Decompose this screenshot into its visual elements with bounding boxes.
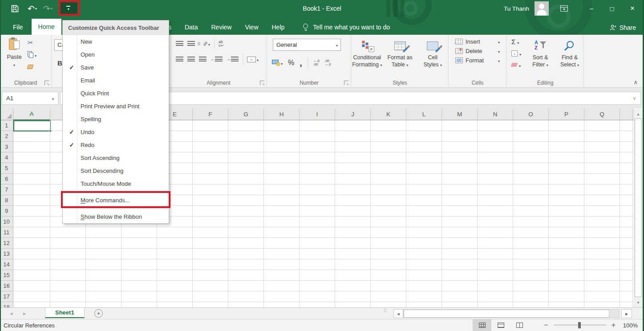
menu-item-sort-ascending[interactable]: Sort Ascending (63, 151, 169, 164)
minimize-button[interactable]: − (581, 0, 602, 17)
delete-caret[interactable] (498, 48, 500, 54)
format-as-table-button[interactable]: Format as Table (385, 37, 416, 68)
save-button[interactable] (8, 2, 21, 15)
row-header-12[interactable]: 12 (0, 238, 13, 249)
tab-file[interactable]: File (4, 20, 32, 35)
cell-styles-button[interactable]: Cell Styles (417, 37, 448, 68)
cut-button[interactable] (28, 38, 36, 47)
menu-item-touch-mouse-mode[interactable]: Touch/Mouse Mode (63, 177, 169, 190)
menu-item-show-below-the-ribbon[interactable]: Show Below the Ribbon (63, 210, 169, 223)
row-header-18[interactable]: 18 (0, 302, 13, 307)
alignment-dialog-launcher-icon[interactable] (260, 81, 264, 85)
column-header-g[interactable]: G (228, 109, 264, 120)
comma-style-button[interactable] (300, 58, 302, 68)
zoom-level[interactable]: 100% (621, 322, 638, 329)
copy-dropdown-caret[interactable] (35, 51, 36, 59)
zoom-in-button[interactable]: + (612, 321, 616, 329)
row-header-17[interactable]: 17 (0, 291, 13, 302)
align-center-icon[interactable] (187, 57, 195, 62)
bottom-align-button[interactable] (198, 42, 200, 45)
zoom-slider[interactable] (554, 322, 606, 328)
merge-center-button[interactable]: ↔ (247, 55, 259, 63)
add-sheet-button[interactable]: + (94, 309, 103, 318)
row-header-1[interactable]: 1 (0, 120, 13, 131)
decrease-decimal-button[interactable]: .00→.0 (325, 59, 331, 67)
row-header-6[interactable]: 6 (0, 174, 13, 184)
tab-home[interactable]: Home (32, 19, 61, 35)
user-avatar[interactable] (535, 1, 549, 16)
horizontal-scrollbar[interactable] (403, 309, 620, 318)
clear-caret[interactable] (519, 61, 521, 69)
fill-button[interactable]: ↓ (511, 49, 521, 57)
menu-item-sort-descending[interactable]: Sort Descending (63, 164, 169, 177)
hscroll-left-button[interactable]: ◂ (393, 309, 403, 318)
increase-indent-button[interactable]: → (227, 57, 239, 62)
status-text[interactable]: Circular References (4, 322, 55, 329)
menu-item-new[interactable]: New (63, 35, 169, 48)
delete-cells-button[interactable]: × Delete (455, 48, 506, 54)
number-format-select[interactable]: General (273, 39, 341, 51)
zoom-out-button[interactable]: − (544, 321, 548, 329)
menu-item-spelling[interactable]: Spelling (63, 113, 169, 126)
column-header-partial[interactable] (620, 109, 633, 120)
row-header-3[interactable]: 3 (0, 142, 13, 152)
column-header-m[interactable]: M (442, 109, 478, 120)
menu-item-more-commands[interactable]: More Commands... (63, 194, 169, 207)
column-header-q[interactable]: Q (584, 109, 620, 120)
row-header-15[interactable]: 15 (0, 270, 13, 281)
align-left-icon[interactable] (176, 57, 183, 62)
view-normal-button[interactable] (473, 319, 491, 331)
fill-caret[interactable] (519, 49, 521, 57)
row-header-7[interactable]: 7 (0, 184, 13, 195)
autosum-button[interactable] (511, 37, 521, 46)
autosum-caret[interactable] (517, 38, 519, 46)
column-header-o[interactable]: O (513, 109, 549, 120)
middle-align-icon[interactable] (187, 41, 195, 47)
menu-item-quick-print[interactable]: Quick Print (63, 87, 169, 100)
name-box[interactable]: A1 (2, 92, 58, 105)
menu-item-redo[interactable]: Redo (63, 139, 169, 151)
column-header-a[interactable]: A (13, 109, 50, 120)
sheet-nav-next-button[interactable]: ▸ (23, 308, 26, 319)
share-button[interactable]: Share (610, 24, 636, 31)
format-cells-button[interactable]: Format (455, 57, 506, 64)
row-header-8[interactable]: 8 (0, 195, 13, 206)
user-name[interactable]: Tu Thanh (504, 5, 529, 12)
menu-item-open[interactable]: Open (63, 48, 169, 61)
row-header-9[interactable]: 9 (0, 206, 13, 217)
row-header-4[interactable]: 4 (0, 152, 13, 163)
sheet-nav-prev-button[interactable]: ◂ (10, 308, 13, 319)
scroll-down-button[interactable]: ▼ (634, 298, 642, 306)
horizontal-scrollbar-thumb[interactable] (404, 310, 609, 318)
tab-data[interactable]: Data (178, 20, 205, 35)
name-box-caret[interactable] (52, 95, 54, 102)
percent-style-button[interactable] (288, 59, 294, 67)
row-header-11[interactable]: 11 (0, 227, 13, 238)
tab-help[interactable]: Help (265, 20, 292, 35)
bold-button[interactable]: B (57, 59, 62, 67)
menu-item-email[interactable]: Email (63, 74, 169, 87)
sheet-tab-sheet1[interactable]: Sheet1 (45, 308, 85, 318)
close-button[interactable]: × (622, 0, 643, 17)
paste-button[interactable]: Paste (4, 37, 25, 76)
column-header-n[interactable]: N (478, 109, 513, 120)
ribbon-display-options-button[interactable] (560, 5, 568, 12)
conditional-formatting-button[interactable]: ≠ Conditional Formatting (352, 37, 383, 68)
menu-item-print-preview-and-print[interactable]: Print Preview and Print (63, 100, 169, 113)
maximize-button[interactable]: □ (602, 0, 622, 17)
increase-decimal-button[interactable]: ←.0.00 (313, 59, 320, 67)
row-header-5[interactable]: 5 (0, 163, 13, 174)
column-header-j[interactable]: J (335, 109, 371, 120)
customize-quick-access-toolbar-button[interactable]: ▾ (60, 2, 77, 16)
column-header-i[interactable]: I (300, 109, 335, 120)
top-align-icon[interactable] (176, 41, 183, 47)
hscroll-right-button[interactable]: ▸ (621, 309, 632, 318)
column-header-k[interactable]: K (371, 109, 406, 120)
tab-view[interactable]: View (238, 20, 265, 35)
row-header-14[interactable]: 14 (0, 259, 13, 270)
find-select-button[interactable]: Find & Select (556, 37, 583, 68)
column-header-h[interactable]: H (264, 109, 300, 120)
formula-bar-expand-chevron[interactable]: ∨ (633, 96, 636, 101)
tab-review[interactable]: Review (205, 20, 239, 35)
format-painter-button[interactable] (28, 62, 36, 71)
